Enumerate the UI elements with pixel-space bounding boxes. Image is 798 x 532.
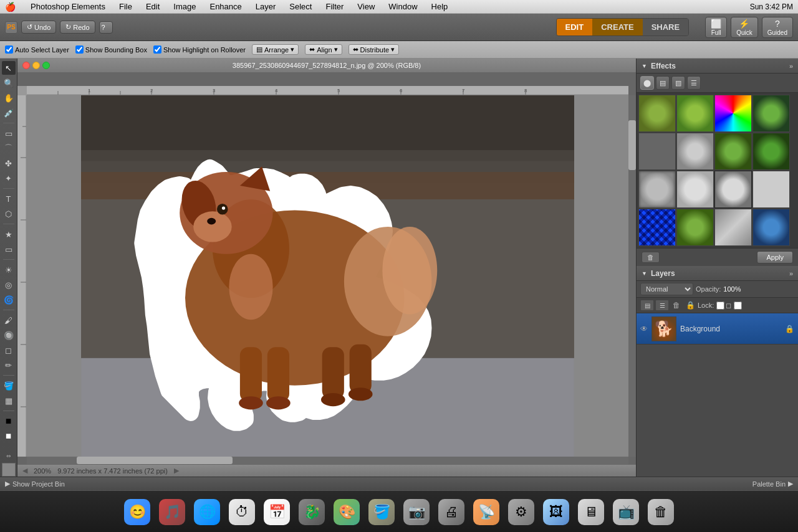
align-dropdown[interactable]: ⬌ Align ▾ — [305, 44, 342, 55]
dock-item-airport[interactable]: 📡 — [470, 496, 502, 528]
foreground-color[interactable]: ■ — [2, 414, 16, 428]
dock-item-trash[interactable]: 🗑 — [645, 496, 677, 528]
effects-panel-header[interactable]: ▼ Effects » — [637, 59, 798, 74]
help-button[interactable]: ? — [99, 21, 113, 34]
horizontal-scrollbar[interactable] — [27, 457, 628, 464]
canvas-image[interactable] — [27, 95, 628, 457]
effect-thumb-2[interactable] — [714, 95, 752, 132]
arrange-dropdown[interactable]: ▤ Arrange ▾ — [252, 44, 299, 55]
menu-enhance[interactable]: Enhance — [207, 2, 244, 11]
zoom-tool[interactable]: 🔍 — [2, 76, 16, 90]
effect-thumb-7[interactable] — [752, 133, 790, 170]
lock-transparency-check[interactable] — [716, 302, 724, 310]
vertical-scroll-thumb[interactable] — [628, 120, 636, 170]
blend-mode-select[interactable]: Normal — [640, 283, 693, 295]
dock-item-screen[interactable]: 🖥 — [575, 496, 607, 528]
status-arrow-left[interactable]: ◀ — [22, 467, 27, 475]
effect-thumb-8[interactable] — [638, 171, 676, 208]
effect-thumb-0[interactable] — [638, 95, 676, 132]
effect-thumb-3[interactable] — [752, 95, 790, 132]
menu-layer[interactable]: Layer — [253, 2, 279, 11]
eyedropper-tool[interactable]: 💉 — [2, 106, 16, 120]
dock-item-clock[interactable]: ⏱ — [226, 496, 258, 528]
canvas-view[interactable]: 1 2 3 4 5 6 7 8 — [17, 72, 636, 464]
effect-thumb-14[interactable] — [714, 209, 752, 246]
apple-logo-icon[interactable]: 🍎 — [5, 2, 16, 12]
dock-item-iphoto[interactable]: 🖼 — [540, 496, 572, 528]
magic-wand-tool[interactable]: ✦ — [2, 171, 16, 185]
effect-thumb-13[interactable] — [676, 209, 714, 246]
guided-mode-button[interactable]: ? Guided — [762, 17, 793, 38]
dock-item-safari[interactable]: 🌐 — [191, 496, 223, 528]
dock-item-dragon[interactable]: 🐉 — [296, 496, 328, 528]
dock-item-bucket[interactable]: 🪣 — [365, 496, 398, 528]
marquee-tool[interactable]: ▭ — [2, 126, 16, 140]
quick-mode-button[interactable]: ⚡ Quick — [731, 17, 758, 38]
dock-item-finder[interactable]: 😊 — [121, 496, 153, 528]
effect-thumb-5[interactable] — [676, 133, 714, 170]
pencil-tool[interactable]: ✏ — [2, 358, 16, 372]
layer-item-background[interactable]: 👁 🐕 Background 🔒 — [637, 313, 798, 344]
hand-tool[interactable]: ✋ — [2, 91, 16, 105]
rectangle-tool[interactable]: ▭ — [2, 242, 16, 256]
effect-thumb-12[interactable] — [638, 209, 676, 246]
dock-item-screen2[interactable]: 📺 — [610, 496, 642, 528]
mode-edit-button[interactable]: EDIT — [557, 19, 593, 36]
dock-item-photoshop[interactable]: 🎨 — [330, 496, 363, 528]
delete-effect-button[interactable]: 🗑 — [642, 252, 660, 263]
effect-thumb-10[interactable] — [714, 171, 752, 208]
status-arrow-right[interactable]: ▶ — [174, 467, 179, 475]
dock-item-system-prefs[interactable]: ⚙ — [505, 496, 537, 528]
sponge-tool[interactable]: 🌀 — [2, 293, 16, 306]
menu-help[interactable]: Help — [429, 2, 451, 11]
menu-filter[interactable]: Filter — [323, 2, 346, 11]
brush-tool[interactable]: 🖌 — [2, 313, 16, 327]
vertical-scrollbar[interactable] — [628, 95, 636, 457]
palette-bin-bar[interactable]: Palette Bin ▶ — [636, 477, 798, 490]
delete-layer-button[interactable]: 🗑 — [670, 299, 683, 311]
custom-shape-tool[interactable]: ★ — [2, 227, 16, 241]
lock-layer-button[interactable]: 🔒 — [684, 299, 696, 311]
app-name-menu[interactable]: Photoshop Elements — [28, 2, 108, 11]
layer-visibility-toggle[interactable]: 👁 — [640, 325, 648, 333]
lock-all-check[interactable] — [734, 302, 742, 310]
enhance-tool[interactable]: ☀ — [2, 263, 16, 277]
canvas-close-button[interactable] — [22, 62, 30, 69]
effect-thumb-4[interactable] — [638, 133, 676, 170]
dock-item-calendar[interactable]: 📅 — [261, 496, 293, 528]
mode-create-button[interactable]: CREATE — [592, 19, 642, 36]
menu-view[interactable]: View — [355, 2, 377, 11]
effects-more-icon[interactable]: » — [789, 62, 793, 70]
eraser-tool[interactable]: ◻ — [2, 343, 16, 357]
move-tool[interactable]: ↖ — [2, 61, 16, 75]
new-layer-button[interactable]: ▤ — [640, 300, 654, 311]
project-bin-bar[interactable]: ▶ Show Project Bin — [0, 477, 636, 490]
show-highlight-rollover-check[interactable]: Show Highlight on Rollover — [153, 45, 246, 54]
blur-tool[interactable]: ◎ — [2, 278, 16, 292]
effect-thumb-6[interactable] — [714, 133, 752, 170]
full-mode-button[interactable]: ⬜ Full — [705, 17, 727, 38]
transform-tool[interactable]: ⬡ — [2, 207, 16, 221]
menu-window[interactable]: Window — [386, 2, 420, 11]
project-bin-label[interactable]: Show Project Bin — [12, 480, 65, 488]
effect-thumb-9[interactable] — [676, 171, 714, 208]
effect-type-layer-styles[interactable]: ▤ — [656, 76, 670, 90]
dock-item-itunes[interactable]: 🎵 — [156, 496, 188, 528]
undo-button[interactable]: ↺ Undo — [21, 21, 56, 34]
canvas-content[interactable] — [27, 95, 628, 457]
effect-type-graphic-filters[interactable]: ☰ — [687, 76, 701, 90]
layers-more-icon[interactable]: » — [789, 270, 793, 277]
new-adjustment-layer-button[interactable]: ☰ — [655, 300, 669, 311]
quick-select-tool[interactable]: ✤ — [2, 156, 16, 170]
clone-stamp-tool[interactable]: 🔘 — [2, 328, 16, 342]
menu-file[interactable]: File — [117, 2, 135, 11]
palette-bin-label[interactable]: Palette Bin — [752, 480, 786, 488]
horizontal-scroll-thumb[interactable] — [77, 457, 233, 464]
redo-button[interactable]: ↻ Redo — [60, 21, 95, 34]
background-color[interactable]: ■ — [2, 429, 16, 443]
dock-item-printer[interactable]: 🖨 — [435, 496, 468, 528]
distribute-dropdown[interactable]: ⬌ Distribute ▾ — [349, 44, 399, 55]
auto-select-layer-check[interactable]: Auto Select Layer — [5, 45, 69, 54]
canvas-minimize-button[interactable] — [32, 62, 40, 69]
menu-select[interactable]: Select — [287, 2, 314, 11]
